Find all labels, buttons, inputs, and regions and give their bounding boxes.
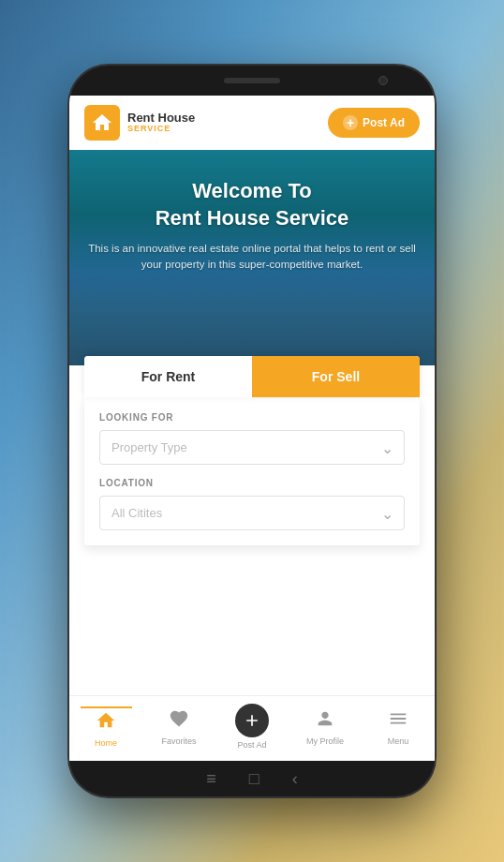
phone-top-bar [69,66,435,96]
favorites-icon [169,708,189,734]
profile-icon [315,708,335,734]
android-menu-btn[interactable]: ≡ [206,769,216,789]
logo-area: Rent House Service [84,105,195,141]
nav-label-home: Home [95,738,117,748]
nav-label-post-ad: Post Ad [237,740,266,750]
hero-banner: Welcome To Rent House Service This is an… [69,150,435,365]
nav-item-my-profile[interactable]: My Profile [300,708,351,746]
location-label: Location [99,478,405,488]
phone-shell: Rent House Service + Post Ad Welcome To … [69,66,435,796]
location-select[interactable]: All Citites New York Los Angeles Chicago [99,496,405,530]
hero-cityscape [69,272,435,365]
nav-item-home[interactable]: Home [81,706,132,748]
phone-camera [378,76,388,85]
nav-item-post-ad[interactable]: Post Ad [227,704,278,750]
phone-speaker [224,78,280,83]
nav-label-menu: Menu [388,736,409,746]
home-icon [96,710,116,736]
search-form: Looking For Property Type House Apartmen… [84,397,420,545]
property-type-wrapper: Property Type House Apartment Villa Offi… [99,430,405,465]
post-ad-label: Post Ad [363,116,405,129]
phone-screen: Rent House Service + Post Ad Welcome To … [69,96,435,761]
app-header: Rent House Service + Post Ad [69,96,435,150]
nav-label-my-profile: My Profile [306,736,344,746]
search-tabs: For Rent For Sell [84,356,420,397]
tab-for-sell[interactable]: For Sell [252,356,420,397]
looking-for-label: Looking For [99,412,405,423]
property-type-select[interactable]: Property Type House Apartment Villa Offi… [99,430,405,465]
hero-content: Welcome To Rent House Service This is an… [69,150,435,274]
logo-subtitle: Service [127,125,195,134]
post-ad-button[interactable]: + Post Ad [328,108,420,138]
nav-item-favorites[interactable]: Favorites [154,708,205,746]
location-group: Location All Citites New York Los Angele… [99,478,405,530]
bottom-nav: Home Favorites Post Ad [69,695,435,761]
logo-title: Rent House [127,111,195,125]
nav-label-favorites: Favorites [161,736,196,746]
nav-item-menu[interactable]: Menu [373,708,424,746]
logo-text: Rent House Service [127,111,195,134]
main-content: Welcome To Rent House Service This is an… [69,150,435,695]
android-back-btn[interactable]: ‹ [292,769,298,789]
looking-for-group: Looking For Property Type House Apartmen… [99,412,405,465]
location-wrapper: All Citites New York Los Angeles Chicago… [99,496,405,530]
plus-circle-icon: + [343,115,358,130]
phone-bottom-bar: ≡ □ ‹ [69,761,435,796]
hero-title: Welcome To Rent House Service [88,178,416,231]
android-home-btn[interactable]: □ [249,769,259,789]
hero-subtitle: This is an innovative real estate online… [88,241,416,274]
menu-icon [388,708,408,734]
logo-icon [84,105,120,141]
post-ad-nav-icon [235,704,269,737]
tab-for-rent[interactable]: For Rent [84,356,252,397]
